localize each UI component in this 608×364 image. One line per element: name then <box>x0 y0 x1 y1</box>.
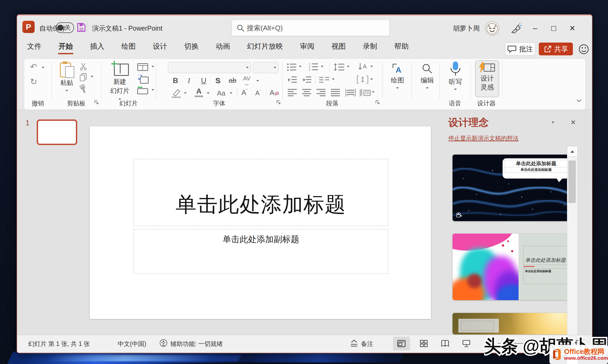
edit-button[interactable]: 编辑 <box>417 63 438 89</box>
clipboard-dialog-launcher-icon[interactable] <box>94 100 99 105</box>
align-text-dropdown-icon[interactable] <box>370 78 373 80</box>
scroll-up-button[interactable] <box>567 146 578 157</box>
search-box[interactable]: 搜索(Alt+Q) <box>232 20 390 36</box>
redo-icon[interactable]: ↻ <box>30 77 37 86</box>
subtitle-placeholder[interactable]: 单击此处添加副标题 <box>134 229 388 274</box>
announcement-megaphone-icon[interactable] <box>510 22 522 35</box>
reset-slide-icon[interactable] <box>138 75 149 84</box>
title-placeholder[interactable]: 单击此处添加标题 <box>134 159 388 226</box>
close-button[interactable]: × <box>565 21 580 35</box>
copy-dropdown-icon[interactable] <box>91 76 93 77</box>
reading-view-button[interactable] <box>437 337 454 350</box>
scrollbar-thumb[interactable] <box>568 160 576 203</box>
align-text-icon[interactable] <box>356 75 369 84</box>
slide-canvas[interactable]: 单击此处添加标题 单击此处添加副标题 <box>90 126 431 319</box>
grow-font-button[interactable]: Aˆ <box>241 89 248 97</box>
change-case-button[interactable]: Aa <box>217 89 225 97</box>
pane-dropdown-icon[interactable] <box>552 122 554 123</box>
case-dropdown-icon[interactable] <box>230 92 232 94</box>
align-center-icon[interactable] <box>302 89 312 97</box>
section-icon[interactable] <box>137 86 148 94</box>
font-size-combo[interactable] <box>253 62 279 73</box>
distribute-columns-icon[interactable] <box>345 88 356 97</box>
undo-icon[interactable]: ↶ <box>30 63 37 71</box>
tab-draw[interactable]: 绘图 <box>121 42 136 54</box>
smartart-dropdown-icon[interactable] <box>372 91 375 93</box>
font-color-button[interactable]: A <box>195 88 203 97</box>
slide-layout-icon[interactable] <box>137 63 148 71</box>
draw-button[interactable]: A 绘图 <box>387 63 408 89</box>
format-painter-icon[interactable] <box>77 83 89 96</box>
font-color-dropdown-icon[interactable] <box>207 92 209 94</box>
tab-view[interactable]: 视图 <box>331 42 346 54</box>
tab-review[interactable]: 审阅 <box>300 42 314 54</box>
strikethrough-button[interactable]: ab <box>229 77 236 84</box>
align-right-icon[interactable] <box>316 89 326 97</box>
notes-button[interactable]: 备注 <box>361 340 373 348</box>
cut-scissors-icon[interactable] <box>80 63 88 71</box>
spacing-dropdown-icon[interactable] <box>256 80 259 82</box>
design-suggestion-1[interactable]: 单击此处添加标题 单击此处添加副标题 <box>453 155 573 221</box>
maximize-button[interactable]: □ <box>546 21 561 35</box>
slideshow-view-button[interactable] <box>458 337 475 350</box>
highlight-pen-icon[interactable] <box>171 89 182 98</box>
increase-indent-icon[interactable] <box>302 76 312 84</box>
bullets-icon[interactable] <box>287 63 297 71</box>
tab-home[interactable]: 开始 <box>59 42 73 54</box>
tab-insert[interactable]: 插入 <box>90 42 104 54</box>
direction-dropdown-icon[interactable] <box>370 66 373 67</box>
bullets-dropdown-icon[interactable] <box>299 66 302 67</box>
accessibility-status[interactable]: 辅助功能: 一切就绪 <box>170 340 223 348</box>
shrink-font-button[interactable]: Aˇ <box>255 89 261 97</box>
justify-icon[interactable] <box>330 89 340 97</box>
line-spacing-dropdown-icon[interactable] <box>347 66 350 67</box>
design-ideas-button[interactable]: 设计 灵感 <box>475 60 499 97</box>
numbering-dropdown-icon[interactable] <box>321 66 323 67</box>
tab-animations[interactable]: 动画 <box>216 42 230 54</box>
design-suggestion-2[interactable]: 单击此处添加标题 单击此处添加副标题 <box>453 234 573 300</box>
columns-icon[interactable] <box>319 76 330 83</box>
paste-button[interactable]: 粘贴 <box>57 61 77 92</box>
save-icon[interactable] <box>77 22 86 32</box>
share-button[interactable]: 共享 <box>539 43 573 55</box>
font-dialog-launcher-icon[interactable] <box>276 100 281 105</box>
line-spacing-icon[interactable] <box>334 63 345 72</box>
convert-smartart-icon[interactable] <box>359 88 371 97</box>
slide-sorter-view-button[interactable] <box>415 337 432 350</box>
user-avatar[interactable] <box>485 21 499 36</box>
copy-icon[interactable] <box>79 73 88 82</box>
tab-record[interactable]: 录制 <box>363 42 377 54</box>
text-shadow-button[interactable]: S <box>215 77 220 84</box>
text-direction-icon[interactable]: A <box>358 62 369 72</box>
tab-design[interactable]: 设计 <box>153 42 167 54</box>
character-spacing-button[interactable]: AV↔ <box>243 76 250 86</box>
decrease-indent-icon[interactable] <box>287 76 297 84</box>
tab-transitions[interactable]: 切换 <box>184 42 199 54</box>
autosave-toggle[interactable]: 关 <box>56 22 74 33</box>
slide-info[interactable]: 幻灯片 第 1 张, 共 1 张 <box>28 340 90 348</box>
pane-close-icon[interactable]: × <box>571 117 576 127</box>
font-name-combo[interactable] <box>168 62 251 73</box>
tab-slideshow[interactable]: 幻灯片放映 <box>247 42 283 54</box>
powerpoint-app-icon[interactable]: P <box>22 21 35 33</box>
minimize-button[interactable]: – <box>528 21 543 35</box>
underline-button[interactable]: U <box>201 77 206 84</box>
italic-button[interactable]: I <box>188 77 190 84</box>
collapse-ribbon-icon[interactable] <box>577 98 581 102</box>
align-left-icon[interactable] <box>287 89 297 97</box>
feedback-smiley-icon[interactable] <box>578 44 589 55</box>
language-status[interactable]: 中文(中国) <box>118 340 146 348</box>
bold-button[interactable]: B <box>173 77 178 84</box>
new-slide-button[interactable]: 新建 幻灯片 <box>108 61 131 102</box>
section-dropdown-icon[interactable] <box>151 89 154 91</box>
layout-dropdown-icon[interactable] <box>151 66 154 67</box>
stop-showing-ideas-link[interactable]: 停止显示新演示文稿的想法 <box>448 134 519 142</box>
highlight-dropdown-icon[interactable] <box>184 92 187 94</box>
dictate-button[interactable]: 听写 <box>445 61 466 91</box>
columns-dropdown-icon[interactable] <box>332 78 335 80</box>
undo-dropdown-icon[interactable] <box>42 67 44 68</box>
tab-help[interactable]: 帮助 <box>394 42 409 54</box>
paragraph-dialog-launcher-icon[interactable] <box>375 100 380 105</box>
slide-thumbnail-selected[interactable] <box>37 119 77 145</box>
clear-formatting-button[interactable]: A <box>270 89 279 97</box>
